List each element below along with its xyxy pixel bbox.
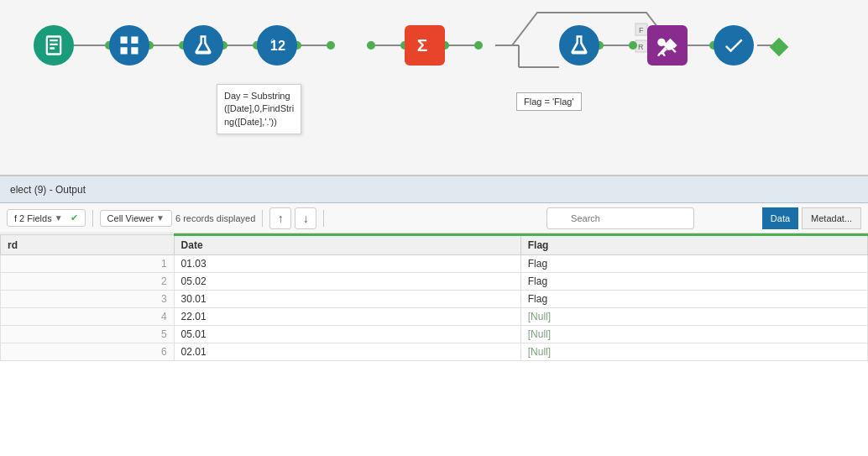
svg-text:Σ: Σ [417, 35, 428, 55]
grid-icon [118, 34, 141, 57]
cell-flag: [Null] [520, 343, 867, 361]
up-arrow-icon: ↑ [278, 212, 284, 225]
formula-tooltip: Day = Substring ([Date],0,FindStri ng([D… [217, 84, 301, 134]
node-output[interactable] [714, 25, 754, 66]
flask-icon-1 [191, 34, 215, 57]
check-mark-icon: ✔ [71, 212, 78, 223]
table-row: 205.02Flag [1, 273, 868, 291]
node-filter[interactable] [559, 25, 599, 66]
number-icon: 12 ○ [265, 34, 289, 57]
data-table-wrapper: rd Date Flag 101.03Flag205.02Flag330.01F… [0, 233, 868, 456]
cell-date: 05.02 [174, 273, 520, 291]
fields-label: f 2 Fields [14, 213, 52, 223]
data-table: rd Date Flag 101.03Flag205.02Flag330.01F… [0, 233, 868, 361]
search-wrapper: 🔍 [546, 207, 759, 229]
cell-flag: [Null] [520, 326, 867, 343]
node-select[interactable] [109, 25, 149, 66]
cell-date: 22.01 [174, 308, 520, 326]
table-row: 422.01[Null] [1, 308, 868, 326]
cell-row-num: 5 [1, 326, 175, 343]
fields-button[interactable]: f 2 Fields ▼ ✔ [7, 209, 86, 227]
svg-point-26 [474, 41, 483, 50]
separator-3 [323, 210, 324, 227]
cell-viewer-chevron-icon: ▼ [156, 213, 165, 223]
table-row: 602.01[Null] [1, 343, 868, 361]
cell-flag: Flag [520, 273, 867, 291]
svg-text:○: ○ [270, 35, 275, 45]
node-formula-1[interactable] [183, 25, 223, 66]
flag-condition-label: Flag = 'Flag' [516, 92, 582, 111]
node-input[interactable] [34, 25, 74, 66]
table-row: 101.03Flag [1, 255, 868, 273]
sigma-icon: Σ [413, 34, 437, 57]
svg-point-28 [629, 41, 637, 50]
node-summarize[interactable]: Σ [405, 25, 445, 66]
cell-flag: Flag [520, 291, 867, 308]
svg-point-23 [367, 41, 375, 50]
cell-row-num: 4 [1, 308, 175, 326]
cell-flag: Flag [520, 255, 867, 273]
cell-flag: [Null] [520, 308, 867, 326]
node-scissors[interactable] [647, 25, 688, 66]
scissors-icon [656, 34, 679, 57]
col-header-flag: Flag [520, 235, 867, 255]
cell-date: 02.01 [174, 343, 520, 361]
down-arrow-icon: ↓ [303, 212, 309, 225]
cell-row-num: 6 [1, 343, 175, 361]
fields-chevron-icon: ▼ [55, 213, 63, 223]
toolbar: f 2 Fields ▼ ✔ Cell Viewer ▼ 6 records d… [0, 203, 868, 233]
cell-date: 01.03 [174, 255, 520, 273]
data-tab-button[interactable]: Data [762, 207, 798, 229]
table-row: 330.01Flag [1, 291, 868, 308]
up-arrow-button[interactable]: ↑ [269, 207, 291, 229]
output-header: elect (9) - Output [0, 176, 868, 203]
table-header-row: rd Date Flag [1, 235, 868, 255]
col-header-rd: rd [1, 235, 175, 255]
search-input[interactable] [546, 207, 694, 229]
down-arrow-button[interactable]: ↓ [295, 207, 316, 229]
cell-viewer-button[interactable]: Cell Viewer ▼ [100, 210, 172, 227]
flask-icon-2 [567, 34, 591, 57]
table-row: 505.01[Null] [1, 326, 868, 343]
separator-1 [92, 210, 93, 227]
cell-date: 05.01 [174, 326, 520, 343]
cell-viewer-label: Cell Viewer [107, 213, 154, 223]
svg-text:R: R [638, 43, 644, 51]
cell-row-num: 3 [1, 291, 175, 308]
separator-2 [262, 210, 263, 227]
node-formula-2[interactable]: 12 ○ [257, 25, 297, 66]
cell-date: 30.01 [174, 291, 520, 308]
svg-rect-10 [635, 24, 647, 35]
data-tab-label: Data [771, 213, 790, 223]
cell-row-num: 1 [1, 255, 175, 273]
svg-text:F: F [639, 26, 644, 34]
svg-rect-12 [635, 40, 647, 52]
output-diamond [770, 38, 789, 57]
workflow-canvas: F R [0, 0, 868, 176]
metadata-tab-button[interactable]: Metadat... [802, 207, 861, 229]
check-icon [722, 34, 745, 57]
svg-point-22 [327, 41, 335, 50]
col-header-date: Date [174, 235, 520, 255]
output-panel: elect (9) - Output f 2 Fields ▼ ✔ Cell V… [0, 176, 868, 456]
cell-row-num: 2 [1, 273, 175, 291]
records-displayed-label: 6 records displayed [175, 213, 255, 223]
metadata-tab-label: Metadat... [811, 213, 852, 223]
book-icon [42, 34, 65, 57]
output-title: elect (9) - Output [10, 184, 86, 196]
